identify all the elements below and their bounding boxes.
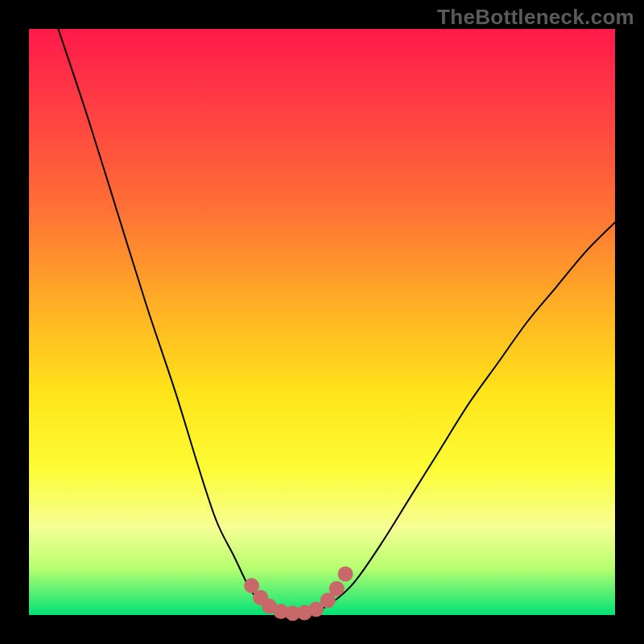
highlight-markers — [244, 567, 353, 621]
highlight-marker — [338, 567, 353, 582]
chart-frame: TheBottleneck.com — [0, 0, 644, 644]
plot-area — [29, 29, 615, 615]
watermark-text: TheBottleneck.com — [437, 5, 634, 30]
bottleneck-curve — [58, 29, 615, 616]
curve-svg — [29, 29, 615, 615]
highlight-marker — [329, 581, 345, 597]
